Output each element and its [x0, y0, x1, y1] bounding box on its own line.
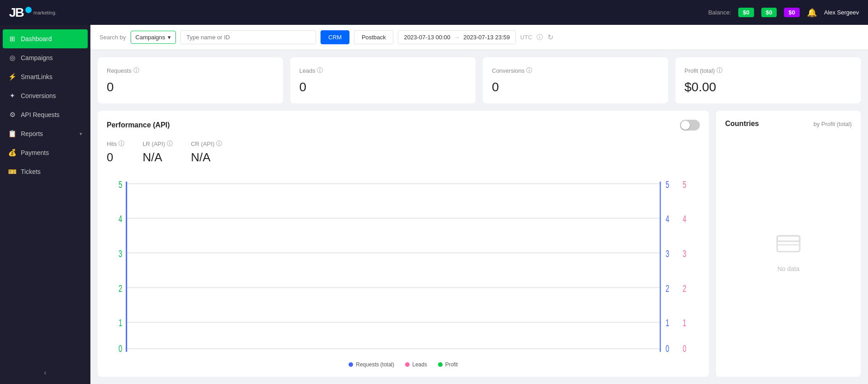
- date-end: 2023-07-13 23:59: [463, 34, 510, 41]
- sidebar-item-dashboard[interactable]: ⊞ Dashboard: [3, 29, 88, 48]
- refresh-icon[interactable]: ↻: [547, 33, 553, 42]
- sidebar-item-smartlinks[interactable]: ⚡ SmartLinks: [0, 67, 90, 86]
- metric-cr-label: CR (API) ⓘ: [191, 140, 222, 148]
- search-bar: Search by Campaigns ▾ CRM Postback 2023-…: [90, 25, 868, 50]
- performance-toggle[interactable]: [680, 120, 700, 131]
- search-input[interactable]: [180, 30, 316, 44]
- search-by-label: Search by: [99, 34, 126, 41]
- notification-bell-icon[interactable]: 🔔: [807, 8, 817, 18]
- date-range-picker[interactable]: 2023-07-13 00:00 → 2023-07-13 23:59: [398, 30, 515, 44]
- toggle-knob: [681, 121, 690, 130]
- countries-header: Countries by Profit (total): [725, 120, 852, 128]
- metric-hits-value: 0: [107, 150, 124, 164]
- metrics-row: Hits ⓘ 0 LR (API) ⓘ N/A: [107, 140, 700, 164]
- svg-text:2: 2: [118, 282, 122, 294]
- metric-cr-value: N/A: [191, 150, 222, 164]
- logo-letters: JB: [9, 5, 24, 20]
- sidebar-item-tickets[interactable]: 🎫 Tickets: [0, 162, 90, 181]
- svg-text:4: 4: [683, 213, 686, 225]
- dashboard-icon: ⊞: [8, 35, 16, 43]
- stat-card-profit: Profit (total) ⓘ $0.00: [675, 57, 861, 103]
- smartlinks-icon: ⚡: [8, 73, 16, 81]
- chart-legend: Requests (total) Leads Profit: [107, 357, 700, 368]
- svg-text:1: 1: [683, 317, 686, 328]
- chevron-down-icon: ▾: [168, 34, 171, 41]
- logo-dot: [25, 7, 32, 13]
- search-type-select[interactable]: Campaigns ▾: [131, 31, 176, 44]
- payments-icon: 💰: [8, 149, 16, 157]
- sidebar-collapse-button[interactable]: ‹: [7, 369, 83, 377]
- performance-panel: Performance (API) Hits ⓘ 0: [98, 111, 709, 377]
- conversions-icon: ✦: [8, 92, 16, 100]
- crm-button[interactable]: CRM: [321, 30, 349, 44]
- svg-text:0: 0: [665, 343, 669, 354]
- search-type-value: Campaigns: [136, 34, 165, 41]
- legend-requests-label: Requests (total): [356, 361, 394, 368]
- svg-text:1: 1: [118, 317, 122, 328]
- legend-requests: Requests (total): [349, 361, 394, 368]
- metric-cr: CR (API) ⓘ N/A: [191, 140, 222, 164]
- stat-requests-info-icon[interactable]: ⓘ: [133, 66, 139, 75]
- svg-text:4: 4: [118, 213, 122, 225]
- date-start: 2023-07-13 00:00: [404, 34, 450, 41]
- sidebar-item-label: Tickets: [21, 168, 41, 175]
- performance-chart: 5 4 3 2 1 0: [107, 173, 700, 357]
- svg-text:5: 5: [118, 178, 122, 190]
- date-arrow-icon: →: [454, 34, 460, 41]
- sidebar-item-reports[interactable]: 📋 Reports ▾: [0, 124, 90, 143]
- main-content: Search by Campaigns ▾ CRM Postback 2023-…: [90, 25, 868, 384]
- svg-text:4: 4: [665, 213, 669, 225]
- logo: JB marketing.: [9, 5, 57, 20]
- svg-text:5: 5: [683, 178, 686, 190]
- metric-hits-label: Hits ⓘ: [107, 140, 124, 148]
- sidebar-item-campaigns[interactable]: ◎ Campaigns: [0, 48, 90, 67]
- metric-hits-info-icon[interactable]: ⓘ: [118, 140, 124, 148]
- sidebar-item-label: API Requests: [21, 111, 60, 118]
- stat-label-conversions: Conversions ⓘ: [492, 66, 659, 75]
- stat-profit-info-icon[interactable]: ⓘ: [717, 66, 722, 75]
- metric-cr-info-icon[interactable]: ⓘ: [216, 140, 222, 148]
- metric-lr-info-icon[interactable]: ⓘ: [167, 140, 173, 148]
- balance-btn-1[interactable]: $0: [738, 8, 754, 17]
- stat-leads-info-icon[interactable]: ⓘ: [317, 66, 323, 75]
- countries-panel: Countries by Profit (total) No data: [716, 111, 861, 377]
- stat-label-requests: Requests ⓘ: [107, 66, 274, 75]
- logo-sub: marketing.: [33, 10, 57, 15]
- campaigns-icon: ◎: [8, 54, 16, 62]
- stat-value-leads: 0: [299, 80, 467, 94]
- stat-label-leads: Leads ⓘ: [299, 66, 467, 75]
- legend-profit-dot: [438, 362, 443, 367]
- countries-title: Countries: [725, 120, 759, 128]
- metric-lr-label: LR (API) ⓘ: [142, 140, 173, 148]
- sidebar-bottom: ‹: [0, 361, 90, 384]
- legend-profit-label: Profit: [445, 361, 458, 368]
- svg-text:5: 5: [665, 178, 669, 190]
- sidebar-item-payments[interactable]: 💰 Payments: [0, 143, 90, 162]
- topbar: JB marketing. Balance: $0 $0 $0 🔔 Alex S…: [0, 0, 868, 25]
- stat-label-profit: Profit (total) ⓘ: [684, 66, 852, 75]
- sidebar: ⊞ Dashboard ◎ Campaigns ⚡ SmartLinks ✦ C…: [0, 25, 90, 384]
- metric-lr: LR (API) ⓘ N/A: [142, 140, 173, 164]
- sidebar-item-label: SmartLinks: [21, 73, 52, 80]
- no-data-icon: [775, 232, 802, 260]
- balance-btn-2[interactable]: $0: [761, 8, 777, 17]
- svg-text:2: 2: [665, 282, 669, 294]
- chart-svg: 5 4 3 2 1 0: [107, 173, 700, 357]
- by-profit-label: by Profit (total): [813, 121, 852, 127]
- content-row: Performance (API) Hits ⓘ 0: [90, 111, 868, 384]
- stat-value-requests: 0: [107, 80, 274, 94]
- tickets-icon: 🎫: [8, 168, 16, 176]
- stat-conversions-info-icon[interactable]: ⓘ: [526, 66, 532, 75]
- postback-button[interactable]: Postback: [354, 30, 393, 44]
- info-icon[interactable]: ⓘ: [537, 33, 543, 42]
- legend-profit: Profit: [438, 361, 458, 368]
- balance-label: Balance:: [708, 9, 731, 16]
- timezone-label: UTC: [520, 34, 533, 41]
- sidebar-item-api-requests[interactable]: ⚙ API Requests: [0, 105, 90, 124]
- metric-lr-value: N/A: [142, 150, 173, 164]
- sidebar-item-label: Campaigns: [21, 54, 53, 61]
- sidebar-item-conversions[interactable]: ✦ Conversions: [0, 86, 90, 105]
- balance-btn-3[interactable]: $0: [784, 8, 799, 17]
- svg-text:0: 0: [683, 343, 686, 354]
- legend-leads: Leads: [405, 361, 427, 368]
